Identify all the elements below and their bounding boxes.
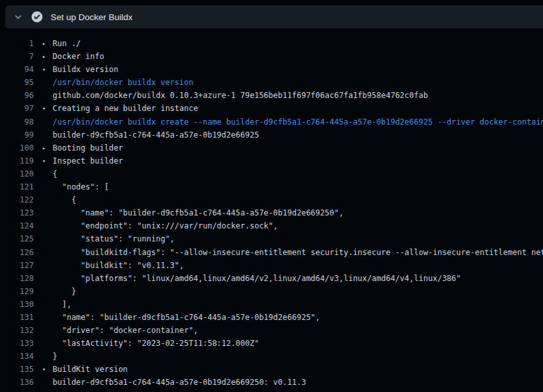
line-number[interactable]: 123 bbox=[0, 206, 34, 219]
line-number[interactable]: 120 bbox=[0, 167, 34, 180]
log-text: "buildkit": "v0.11.3", bbox=[34, 259, 184, 272]
line-number[interactable]: 95 bbox=[0, 76, 34, 89]
line-number[interactable]: 127 bbox=[0, 259, 34, 272]
line-number[interactable]: 122 bbox=[0, 193, 34, 206]
log-line: 121 "nodes": [ bbox=[0, 180, 543, 193]
log-group-header[interactable]: 119▾Inspect builder bbox=[0, 154, 543, 167]
log-line: 130 ], bbox=[0, 298, 543, 311]
log-group-header[interactable]: 94▾Buildx version bbox=[0, 63, 543, 76]
group-collapsed-arrow-icon[interactable]: ▸ bbox=[42, 141, 45, 154]
log-line: 96github.com/docker/buildx 0.10.3+azure-… bbox=[0, 89, 543, 102]
log-text: ▸Docker info bbox=[34, 50, 104, 63]
log-line: 125 "status": "running", bbox=[0, 232, 543, 245]
log-group-header[interactable]: 97▾Creating a new builder instance bbox=[0, 102, 543, 115]
log-text: { bbox=[34, 167, 57, 180]
log-line: 123 "name": "builder-d9cfb5a1-c764-445a-… bbox=[0, 206, 543, 219]
line-number[interactable]: 98 bbox=[0, 116, 34, 129]
log-line: 128 "platforms": "linux/amd64,linux/amd6… bbox=[0, 272, 543, 285]
line-number[interactable]: 99 bbox=[0, 129, 34, 141]
chevron-down-icon[interactable] bbox=[13, 12, 23, 22]
line-number[interactable]: 94 bbox=[0, 63, 34, 76]
line-number[interactable]: 134 bbox=[0, 350, 34, 363]
log-text: "nodes": [ bbox=[34, 180, 109, 193]
log-line: 122 { bbox=[0, 193, 543, 206]
log-text: { bbox=[34, 193, 76, 206]
log-text: "driver": "docker-container", bbox=[34, 324, 198, 337]
group-collapsed-arrow-icon[interactable]: ▸ bbox=[42, 50, 45, 63]
line-number[interactable]: 124 bbox=[0, 219, 34, 232]
line-number[interactable]: 133 bbox=[0, 337, 34, 350]
line-number[interactable]: 1 bbox=[0, 37, 34, 50]
log-text: ▾Buildx version bbox=[34, 63, 118, 76]
log-text: "status": "running", bbox=[34, 232, 175, 245]
log-line: 99builder-d9cfb5a1-c764-445a-a57e-0b19d2… bbox=[0, 129, 543, 141]
log-text: } bbox=[34, 350, 57, 363]
line-number[interactable]: 136 bbox=[0, 376, 34, 389]
step-header[interactable]: Set up Docker Buildx bbox=[5, 5, 543, 29]
log-text: ], bbox=[34, 298, 71, 311]
log-line: 131 "name": "builder-d9cfb5a1-c764-445a-… bbox=[0, 311, 543, 324]
log-group-header[interactable]: 135▾BuildKit version bbox=[0, 363, 543, 376]
group-expanded-arrow-icon[interactable]: ▾ bbox=[42, 63, 45, 76]
log-line: 129 } bbox=[0, 285, 543, 298]
log-area: 1▸Run ./7▸Docker info94▾Buildx version95… bbox=[0, 29, 543, 389]
log-text: "buildkitd-flags": "--allow-insecure-ent… bbox=[34, 246, 543, 259]
log-text: "endpoint": "unix:///var/run/docker.sock… bbox=[34, 219, 278, 232]
log-group-header[interactable]: 100▸Booting builder bbox=[0, 141, 543, 154]
log-text: ▾BuildKit version bbox=[34, 363, 128, 376]
line-number[interactable]: 135 bbox=[0, 363, 34, 376]
log-line: 126 "buildkitd-flags": "--allow-insecure… bbox=[0, 246, 543, 259]
log-line: 95/usr/bin/docker buildx version bbox=[0, 76, 543, 89]
log-text: ▸Run ./ bbox=[34, 37, 81, 50]
line-number[interactable]: 96 bbox=[0, 89, 34, 102]
group-expanded-arrow-icon[interactable]: ▾ bbox=[42, 102, 45, 115]
check-circle-icon bbox=[31, 11, 43, 23]
log-text: github.com/docker/buildx 0.10.3+azure-1 … bbox=[34, 89, 428, 102]
step-title: Set up Docker Buildx bbox=[51, 12, 133, 22]
log-text: "platforms": "linux/amd64,linux/amd64/v2… bbox=[34, 272, 461, 285]
log-line: 136builder-d9cfb5a1-c764-445a-a57e-0b19d… bbox=[0, 376, 543, 389]
log-text: "name": "builder-d9cfb5a1-c764-445a-a57e… bbox=[34, 311, 320, 324]
group-expanded-arrow-icon[interactable]: ▾ bbox=[42, 154, 45, 167]
line-number[interactable]: 125 bbox=[0, 232, 34, 245]
log-text: builder-d9cfb5a1-c764-445a-a57e-0b19d2e6… bbox=[34, 129, 259, 141]
log-command-text: /usr/bin/docker buildx version bbox=[34, 76, 194, 89]
log-text: ▸Booting builder bbox=[34, 141, 123, 154]
log-text: } bbox=[34, 285, 76, 298]
log-command-text: /usr/bin/docker buildx create --name bui… bbox=[34, 116, 543, 129]
log-line: 98/usr/bin/docker buildx create --name b… bbox=[0, 116, 543, 129]
line-number[interactable]: 100 bbox=[0, 141, 34, 154]
log-group-header[interactable]: 1▸Run ./ bbox=[0, 37, 543, 50]
log-text: builder-d9cfb5a1-c764-445a-a57e-0b19d2e6… bbox=[34, 376, 306, 389]
line-number[interactable]: 128 bbox=[0, 272, 34, 285]
log-line: 120{ bbox=[0, 167, 543, 180]
log-line: 127 "buildkit": "v0.11.3", bbox=[0, 259, 543, 272]
log-line: 133 "lastActivity": "2023-02-25T11:58:12… bbox=[0, 337, 543, 350]
group-expanded-arrow-icon[interactable]: ▾ bbox=[42, 363, 45, 376]
log-line: 124 "endpoint": "unix:///var/run/docker.… bbox=[0, 219, 543, 232]
log-group-header[interactable]: 7▸Docker info bbox=[0, 50, 543, 63]
line-number[interactable]: 119 bbox=[0, 154, 34, 167]
line-number[interactable]: 130 bbox=[0, 298, 34, 311]
line-number[interactable]: 132 bbox=[0, 324, 34, 337]
log-text: ▾Creating a new builder instance bbox=[34, 102, 198, 115]
line-number[interactable]: 121 bbox=[0, 180, 34, 193]
line-number[interactable]: 131 bbox=[0, 311, 34, 324]
line-number[interactable]: 7 bbox=[0, 50, 34, 63]
log-text: "lastActivity": "2023-02-25T11:58:12.000… bbox=[34, 337, 259, 350]
group-collapsed-arrow-icon[interactable]: ▸ bbox=[42, 37, 45, 50]
log-text: "name": "builder-d9cfb5a1-c764-445a-a57e… bbox=[34, 206, 344, 219]
line-number[interactable]: 129 bbox=[0, 285, 34, 298]
log-line: 132 "driver": "docker-container", bbox=[0, 324, 543, 337]
line-number[interactable]: 126 bbox=[0, 246, 34, 259]
log-text: ▾Inspect builder bbox=[34, 154, 123, 167]
line-number[interactable]: 97 bbox=[0, 102, 34, 115]
log-line: 134} bbox=[0, 350, 543, 363]
